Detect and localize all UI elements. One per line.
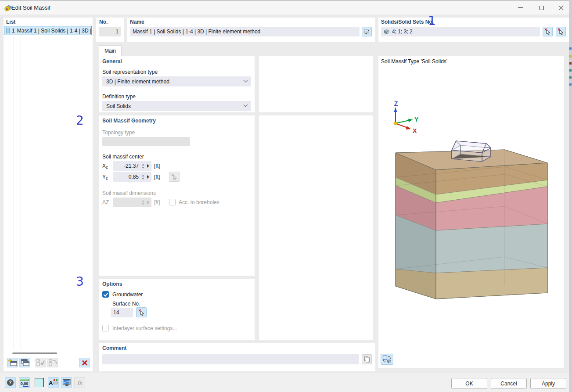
display-properties-button[interactable]: A — [48, 377, 59, 388]
soil-massif-3d-view[interactable]: Z Y X — [378, 56, 564, 368]
sync-view-icon — [382, 355, 392, 363]
select-all-icon — [36, 359, 45, 366]
dz-unit: [ft] — [154, 199, 160, 205]
pick-surface-button[interactable] — [136, 307, 147, 317]
yc-input[interactable]: 0.85 — [113, 172, 151, 182]
annotation-3: 3 — [76, 276, 84, 288]
boreholes-checkbox — [169, 199, 176, 205]
spinner-arrows-icon[interactable] — [141, 164, 145, 169]
select-solids-button[interactable] — [543, 27, 553, 36]
comment-field[interactable] — [102, 354, 359, 364]
minimize-button[interactable] — [510, 1, 530, 14]
dz-label: ΔZ — [102, 199, 109, 205]
delete-massif-button[interactable] — [79, 358, 90, 367]
z-axis-label: Z — [394, 100, 398, 107]
solids-card: Solids/Solid Sets No. 4; 1; 3; 2 — [378, 18, 569, 42]
cancel-button[interactable]: Cancel — [491, 378, 527, 389]
formula-button: fx — [74, 377, 85, 388]
interlayer-checkbox — [102, 325, 109, 331]
apply-button[interactable]: Apply — [530, 378, 566, 389]
expand-arrow-icon[interactable] — [147, 164, 149, 168]
help-icon: ? — [7, 379, 14, 386]
groundwater-checkbox[interactable] — [102, 291, 109, 298]
maximize-icon — [540, 6, 544, 10]
list-item-label: Massif 1 | Soil Solids | 1-4 | 3D | — [17, 28, 91, 34]
axes-origin-dot — [394, 122, 397, 125]
comment-presets-button[interactable] — [362, 354, 372, 364]
expand-arrow-icon[interactable] — [147, 175, 149, 179]
empty-panel-top — [259, 56, 373, 112]
close-button[interactable] — [553, 1, 569, 14]
tab-main[interactable]: Main — [99, 45, 122, 56]
name-label: Name — [130, 19, 144, 25]
select-solid-sets-button[interactable] — [556, 27, 566, 36]
rfem-app-icon: 6 — [4, 4, 12, 12]
dialog-footer: ? 0,00 A — [0, 373, 569, 392]
list-column-divider — [21, 35, 21, 350]
surface-no-field[interactable]: 14 — [111, 308, 133, 317]
annotation-1: 1 — [428, 15, 436, 27]
preview-panel: Soil Massif Type 'Soil Solids' Z Y X — [378, 56, 564, 368]
xc-unit: [ft] — [154, 163, 160, 169]
ok-button[interactable]: OK — [451, 378, 487, 389]
titlebar: 6 Edit Soil Massif — [0, 1, 569, 14]
soil-layer-5-side — [396, 269, 436, 299]
new-massif-button[interactable] — [7, 358, 18, 367]
massif-color-swatch — [6, 28, 10, 33]
yc-unit: [ft] — [154, 174, 160, 180]
list-column-divider — [14, 35, 14, 350]
pencil-icon — [364, 29, 370, 35]
display-properties-icon: A — [49, 379, 58, 386]
solids-label: Solids/Solid Sets No. — [381, 19, 434, 25]
solid-cube-icon — [384, 29, 389, 34]
general-section: General Soil representation type 3D | Fi… — [99, 56, 255, 112]
list-item[interactable]: 1 Massif 1 | Soil Solids | 1-4 | 3D | — [4, 26, 92, 35]
xc-input[interactable]: -21.37 — [113, 161, 151, 171]
background-app-sliver — [569, 0, 572, 392]
surface-no-label: Surface No. — [112, 301, 140, 307]
massif-color-button[interactable] — [35, 378, 44, 387]
decimal-places-button[interactable]: 0,00 — [19, 377, 30, 388]
annotation-2: 2 — [76, 115, 84, 127]
sync-view-button[interactable] — [381, 354, 393, 365]
copy-massif-button[interactable] — [19, 358, 30, 367]
list-header: List — [6, 19, 15, 25]
empty-panel-bottom — [259, 115, 373, 340]
pick-cursor-icon — [544, 28, 551, 35]
delete-icon — [82, 360, 88, 366]
copy-window-icon — [21, 359, 29, 367]
pick-cursor-icon — [558, 28, 564, 35]
interlayer-label: Interlayer surface settings... — [112, 325, 177, 331]
name-card: Name Massif 1 | Soil Solids | 1-4 | 3D |… — [127, 18, 375, 42]
solids-field[interactable]: 4; 1; 3; 2 — [381, 27, 540, 36]
no-label: No. — [99, 19, 108, 25]
boreholes-label: Acc. to boreholes — [179, 199, 219, 205]
list-item-number: 1 — [11, 28, 15, 34]
rendering-button[interactable] — [61, 377, 72, 388]
formula-icon: fx — [77, 380, 82, 386]
close-icon — [558, 5, 564, 11]
no-field: 1 — [99, 27, 121, 36]
representation-dropdown[interactable]: 3D | Finite element method — [102, 76, 251, 86]
new-window-icon — [8, 359, 18, 367]
soil-layer-4-front — [436, 224, 547, 273]
help-button[interactable]: ? — [5, 377, 16, 388]
yc-label: Yc — [102, 174, 108, 181]
pick-cursor-icon — [171, 173, 178, 180]
window-title: Edit Soil Massif — [11, 4, 50, 11]
geometry-section: Soil Massif Geometry Topology type Soil … — [99, 115, 255, 276]
name-field[interactable]: Massif 1 | Soil Solids | 1-4 | 3D | Fini… — [130, 27, 360, 36]
y-axis-label: Y — [414, 116, 419, 123]
dimensions-label: Soil massif dimensions — [102, 190, 156, 196]
definition-dropdown[interactable]: Soil Solids — [102, 101, 251, 111]
maximize-button[interactable] — [532, 1, 552, 14]
chevron-down-icon — [244, 103, 248, 107]
topology-label: Topology type — [102, 129, 135, 136]
no-card: No. 1 — [96, 18, 124, 42]
list-horizontal-scrollbar[interactable] — [12, 352, 57, 354]
list-panel: List 1 Massif 1 | Soil Solids | 1-4 | 3D… — [4, 18, 93, 371]
edit-name-button[interactable] — [362, 27, 372, 36]
spinner-arrows-icon[interactable] — [141, 175, 145, 180]
representation-label: Soil representation type — [102, 69, 158, 75]
groundwater-label: Groundwater — [112, 291, 143, 298]
